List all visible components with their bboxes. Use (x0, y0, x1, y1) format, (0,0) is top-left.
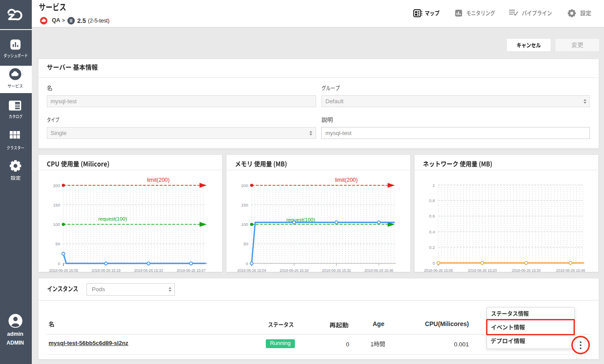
svg-text:200: 200 (241, 183, 248, 188)
svg-text:2018-06-26 15:48: 2018-06-26 15:48 (556, 268, 585, 273)
svg-text:150: 150 (241, 203, 248, 207)
svg-text:1: 1 (433, 183, 435, 188)
svg-text:2018-06-26 15:32: 2018-06-26 15:32 (322, 268, 351, 273)
svg-text:2018-06-26 15:34: 2018-06-26 15:34 (512, 268, 541, 273)
svg-text:0: 0 (246, 261, 248, 266)
svg-text:2018-06-26 15:04: 2018-06-26 15:04 (237, 268, 266, 273)
svg-text:0.2: 0.2 (429, 245, 435, 250)
svg-text:request(100): request(100) (286, 217, 315, 222)
svg-text:2018-06-26 15:33: 2018-06-26 15:33 (134, 268, 163, 273)
svg-text:200: 200 (53, 183, 60, 188)
svg-text:0: 0 (433, 261, 435, 266)
svg-text:2018-06-26 15:18: 2018-06-26 15:18 (279, 268, 309, 273)
svg-text:0.6: 0.6 (429, 214, 435, 218)
svg-text:50: 50 (243, 241, 248, 246)
svg-text:100: 100 (241, 222, 248, 227)
svg-text:50: 50 (55, 241, 60, 246)
svg-text:2018-06-26 15:46: 2018-06-26 15:46 (364, 268, 393, 273)
svg-text:0: 0 (58, 261, 60, 266)
svg-text:2018-06-26 15:20: 2018-06-26 15:20 (468, 268, 497, 273)
svg-text:2018-06-26 15:19: 2018-06-26 15:19 (91, 268, 121, 273)
svg-text:limit(200): limit(200) (147, 177, 170, 183)
svg-text:request(100): request(100) (98, 216, 127, 221)
svg-text:2018-06-26 15:47: 2018-06-26 15:47 (177, 268, 206, 273)
svg-text:2018-06-26 15:05: 2018-06-26 15:05 (49, 268, 78, 273)
svg-text:100: 100 (53, 222, 60, 227)
svg-text:0.4: 0.4 (429, 229, 435, 234)
svg-text:150: 150 (53, 203, 60, 207)
svg-text:limit(200): limit(200) (335, 177, 358, 183)
svg-text:2018-06-26 15:06: 2018-06-26 15:06 (424, 268, 453, 273)
svg-text:0.8: 0.8 (429, 198, 435, 203)
